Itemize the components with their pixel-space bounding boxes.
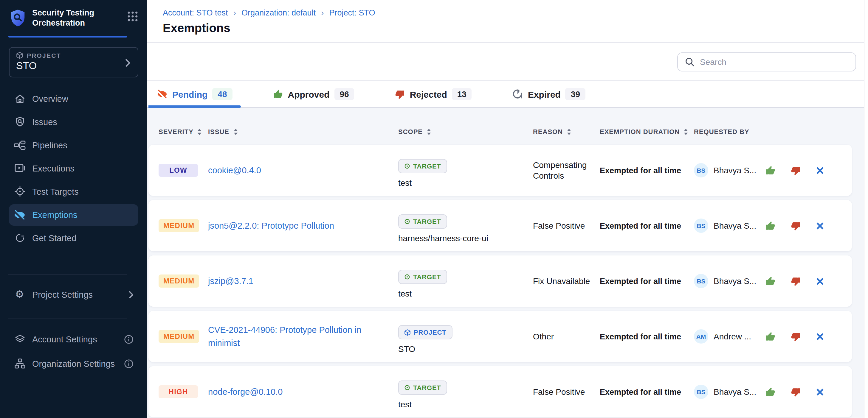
thumb-down-icon: [790, 332, 801, 342]
tab-approved[interactable]: Approved 96: [265, 81, 363, 107]
column-header-issue: ISSUE: [208, 128, 398, 135]
approve-button[interactable]: [766, 165, 776, 175]
sidebar-item-test-targets[interactable]: Test Targets: [9, 181, 138, 202]
eye-off-icon: [157, 89, 167, 99]
sidebar-item-account-settings[interactable]: Account Settings: [9, 328, 138, 350]
breadcrumb-organization[interactable]: Organization: default: [242, 8, 316, 17]
sidebar-item-label: Project Settings: [32, 290, 93, 299]
breadcrumb-account[interactable]: Account: STO test: [163, 8, 228, 17]
vertical-scrollbar[interactable]: [864, 0, 868, 418]
app-switcher-icon[interactable]: [128, 11, 138, 22]
cancel-button[interactable]: [815, 166, 825, 175]
breadcrumb-project[interactable]: Project: STO: [330, 8, 375, 17]
sidebar-item-issues[interactable]: Issues: [9, 111, 138, 133]
reject-button[interactable]: [790, 332, 801, 342]
thumb-down-icon: [395, 89, 405, 99]
sidebar-item-pipelines[interactable]: Pipelines: [9, 134, 138, 156]
project-label: PROJECT: [27, 51, 61, 59]
thumb-up-icon: [766, 387, 776, 397]
search-box[interactable]: [677, 52, 856, 71]
column-header-reason: REASON: [533, 128, 600, 135]
approve-button[interactable]: [766, 387, 776, 397]
cube-icon: [16, 51, 23, 59]
sidebar-item-organization-settings[interactable]: Organization Settings: [9, 353, 138, 374]
sidebar-item-project-settings[interactable]: ⚙ Project Settings: [9, 284, 138, 305]
scope-type-label: TARGET: [413, 273, 441, 280]
approve-button[interactable]: [766, 221, 776, 231]
sort-icon[interactable]: [234, 128, 238, 135]
cancel-button[interactable]: [815, 387, 825, 396]
issue-link[interactable]: jszip@3.7.1: [208, 276, 253, 286]
reject-button[interactable]: [790, 221, 801, 231]
avatar: AM: [694, 329, 708, 344]
scope-type-label: TARGET: [413, 384, 441, 391]
sidebar-item-label: Issues: [32, 117, 57, 127]
table-row[interactable]: MEDIUM jszip@3.7.1 TARGET test Fix Unava…: [149, 255, 852, 307]
tab-count-badge: 48: [212, 88, 232, 100]
cancel-button[interactable]: [815, 221, 825, 230]
thumb-up-icon: [273, 89, 283, 99]
tab-rejected[interactable]: Rejected 13: [386, 81, 480, 107]
approve-button[interactable]: [766, 276, 776, 286]
sidebar-item-exemptions[interactable]: Exemptions: [9, 204, 138, 225]
sidebar-item-overview[interactable]: Overview: [9, 88, 138, 109]
sidebar-item-executions[interactable]: Executions: [9, 158, 138, 179]
breadcrumb: Account: STO test › Organization: defaul…: [163, 8, 868, 17]
scope-value: test: [398, 289, 412, 298]
sort-icon[interactable]: [567, 128, 571, 135]
issue-link[interactable]: cookie@0.4.0: [208, 166, 261, 175]
target-icon: [404, 385, 410, 391]
info-icon[interactable]: [124, 359, 133, 368]
requester-name: Bhavya S...: [714, 276, 756, 286]
tab-expired[interactable]: Expired 39: [504, 81, 594, 107]
scope-type-label: PROJECT: [414, 329, 446, 336]
issue-link[interactable]: CVE-2021-44906: Prototype Pollution in m…: [208, 325, 361, 348]
main-content: Account: STO test › Organization: defaul…: [147, 0, 868, 418]
exemption-duration: Exempted for all time: [600, 387, 694, 396]
approve-button[interactable]: [766, 332, 776, 342]
exemption-duration: Exempted for all time: [600, 277, 694, 285]
table-row[interactable]: LOW cookie@0.4.0 TARGET test Compensatin…: [149, 145, 852, 196]
sidebar-item-label: Exemptions: [32, 210, 78, 219]
column-header-exemption-duration: EXEMPTION DURATION: [600, 128, 694, 135]
chevron-right-icon: [125, 59, 130, 66]
info-icon[interactable]: [124, 334, 133, 344]
sidebar-item-label: Executions: [32, 164, 74, 173]
page-header: Account: STO test › Organization: defaul…: [147, 0, 868, 43]
sidebar-item-label: Organization Settings: [32, 359, 115, 368]
reason: Other: [533, 331, 600, 342]
requester-name: Bhavya S...: [714, 387, 756, 396]
table-row[interactable]: HIGH node-forge@0.10.0 TARGET test False…: [149, 366, 852, 417]
reject-button[interactable]: [790, 165, 801, 175]
table-row[interactable]: MEDIUM json5@2.2.0: Prototype Pollution …: [149, 200, 852, 251]
issue-link[interactable]: node-forge@0.10.0: [208, 387, 283, 396]
sidebar-item-get-started[interactable]: Get Started: [9, 227, 138, 249]
close-icon: [815, 332, 825, 341]
sort-icon[interactable]: [684, 128, 688, 135]
executions-icon: [14, 162, 26, 174]
scope-badge: TARGET: [398, 159, 447, 173]
table-row[interactable]: MEDIUM CVE-2021-44906: Prototype Polluti…: [149, 311, 852, 362]
get-started-icon: [14, 232, 26, 244]
requester-name: Bhavya S...: [714, 221, 756, 231]
table-header-row: SEVERITY ISSUE SCOPE REASON EXEMPTION DU…: [149, 128, 852, 135]
gear-icon: ⚙: [14, 288, 26, 301]
page-title: Exemptions: [163, 22, 868, 35]
tab-pending[interactable]: Pending 48: [149, 81, 241, 107]
sidebar-item-label: Overview: [32, 94, 68, 103]
project-selector[interactable]: PROJECT STO: [9, 47, 138, 77]
reject-button[interactable]: [790, 387, 801, 397]
chevron-right-icon: [129, 291, 133, 298]
cancel-button[interactable]: [815, 277, 825, 285]
search-input[interactable]: [700, 57, 848, 66]
issue-link[interactable]: json5@2.2.0: Prototype Pollution: [208, 221, 334, 231]
shield-search-icon: [14, 116, 26, 128]
sort-icon[interactable]: [197, 128, 202, 135]
scope-badge: TARGET: [398, 381, 447, 395]
cancel-button[interactable]: [815, 332, 825, 341]
sort-icon[interactable]: [427, 128, 431, 135]
severity-badge: HIGH: [159, 385, 198, 398]
reject-button[interactable]: [790, 276, 801, 286]
close-icon: [815, 277, 825, 285]
avatar: BS: [694, 274, 708, 288]
